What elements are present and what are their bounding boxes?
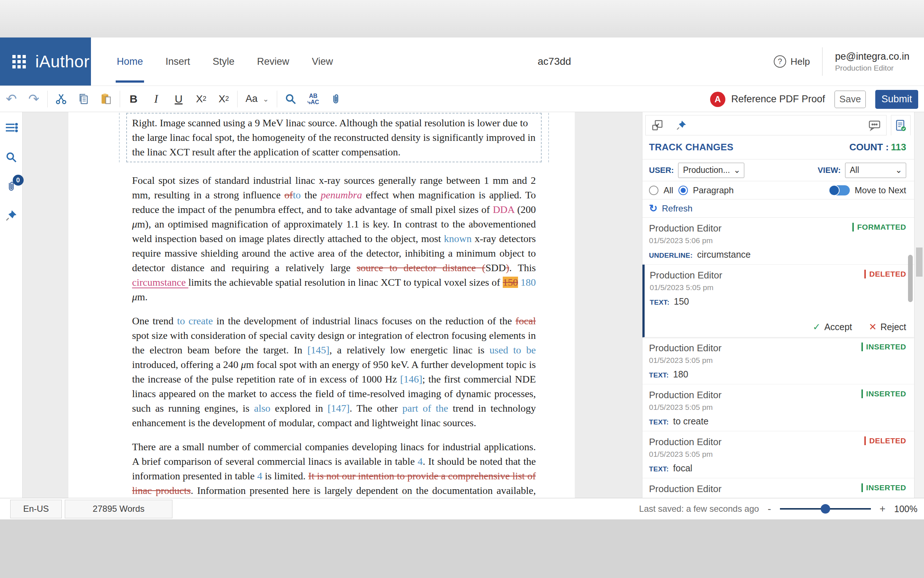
user-info[interactable]: pe@integra.co.in Production Editor bbox=[835, 51, 909, 72]
undo-icon[interactable]: ↶ bbox=[0, 89, 23, 109]
citation-link[interactable]: 4 bbox=[417, 456, 423, 467]
user-filter-select[interactable]: Production...⌄ bbox=[678, 163, 744, 178]
change-timestamp: 01/5/2023 5:05 pm bbox=[650, 283, 906, 292]
language-indicator[interactable]: En-US bbox=[10, 500, 62, 518]
change-field-label: TEXT: bbox=[649, 418, 668, 426]
tracked-change-run: 180 bbox=[521, 277, 536, 288]
change-type-badge: DELETED bbox=[864, 270, 906, 278]
zoom-out-button[interactable]: - bbox=[767, 503, 771, 515]
superscript-button[interactable]: X2 bbox=[212, 89, 235, 109]
track-change-card[interactable]: Production EditorINSERTED01/5/2023 5:05 … bbox=[642, 384, 914, 431]
change-timestamp: 01/5/2023 5:05 pm bbox=[649, 450, 906, 459]
chevron-down-icon: ⌄ bbox=[733, 165, 740, 175]
zoom-in-button[interactable]: + bbox=[880, 503, 885, 515]
track-change-card[interactable]: Production EditorFORMATTED01/5/2023 5:06… bbox=[642, 218, 914, 265]
citation-link[interactable]: 4 bbox=[257, 470, 262, 482]
workspace: 0 Right. Image scanned using a 9 MeV lin… bbox=[0, 112, 924, 498]
underline-button[interactable]: U bbox=[167, 89, 190, 109]
accept-change[interactable]: ✓Accept bbox=[813, 321, 852, 333]
toolbar-separator bbox=[237, 91, 238, 107]
reference-pdf-label: Reference PDF Proof bbox=[731, 94, 825, 105]
track-change-card[interactable]: Production EditorINSERTED01/5/2023 5:05 … bbox=[642, 338, 914, 384]
view-filter-select[interactable]: All⌄ bbox=[845, 163, 906, 178]
change-author: Production Editor bbox=[649, 483, 722, 495]
radio-paragraph[interactable] bbox=[678, 186, 688, 195]
pin-icon[interactable] bbox=[675, 119, 688, 132]
move-to-next-toggle[interactable] bbox=[829, 185, 850, 195]
redo-icon[interactable]: ↷ bbox=[23, 89, 45, 109]
paragraph[interactable]: One trend to create in the development o… bbox=[132, 314, 536, 430]
panel-scrollbar-thumb[interactable] bbox=[908, 255, 913, 302]
text-run: m. bbox=[137, 291, 148, 302]
outline-list-icon[interactable] bbox=[4, 121, 19, 135]
panel-options-row: All Paragraph Move to Next bbox=[642, 181, 914, 200]
text-run bbox=[518, 277, 521, 288]
panel-icon-bar bbox=[642, 112, 914, 135]
tab-view[interactable]: View bbox=[301, 37, 344, 86]
italic-button[interactable]: I bbox=[145, 89, 167, 109]
bold-button[interactable]: B bbox=[122, 89, 145, 109]
tab-style[interactable]: Style bbox=[202, 37, 246, 86]
comments-icon[interactable] bbox=[868, 119, 881, 132]
change-author: Production Editor bbox=[649, 437, 722, 448]
search-panel-icon[interactable] bbox=[4, 150, 19, 164]
cut-icon[interactable] bbox=[50, 89, 73, 109]
tab-home[interactable]: Home bbox=[105, 37, 154, 86]
change-case-dropdown[interactable]: Aa⌄ bbox=[240, 89, 275, 109]
tracked-change-run: penumbra bbox=[321, 189, 362, 201]
save-button[interactable]: Save bbox=[835, 91, 866, 108]
paragraph[interactable]: There are a small number of commercial c… bbox=[132, 440, 536, 498]
attachment-icon[interactable] bbox=[325, 89, 347, 109]
track-change-card[interactable]: Production EditorDELETED01/5/2023 5:05 p… bbox=[642, 265, 914, 338]
change-author: Production Editor bbox=[649, 390, 722, 401]
subscript-button[interactable]: X2 bbox=[190, 89, 212, 109]
find-replace-icon[interactable]: AB⤷AC bbox=[302, 89, 325, 109]
word-count[interactable]: 27895 Words bbox=[65, 500, 172, 518]
page-scrollbar-thumb[interactable] bbox=[916, 247, 922, 277]
text-run: One trend bbox=[132, 315, 177, 326]
app-launcher-grid-icon[interactable] bbox=[12, 55, 26, 68]
paste-icon[interactable] bbox=[95, 89, 118, 109]
help-icon: ? bbox=[774, 55, 786, 68]
track-changes-tab-icon[interactable] bbox=[891, 115, 911, 135]
help-label: Help bbox=[790, 56, 810, 67]
change-type-badge: DELETED bbox=[864, 437, 906, 445]
change-field-label: TEXT: bbox=[649, 371, 668, 379]
formatting-toolbar: ↶ ↷ B I U X2 X2 bbox=[0, 86, 924, 112]
paragraph[interactable]: Focal spot sizes of standard industrial … bbox=[132, 173, 536, 304]
attachments-panel-icon[interactable]: 0 bbox=[4, 179, 19, 194]
change-author: Production Editor bbox=[650, 270, 722, 281]
help-button[interactable]: ? Help bbox=[774, 55, 810, 68]
document-canvas[interactable]: Right. Image scanned using a 9 MeV linac… bbox=[68, 112, 575, 498]
tab-insert[interactable]: Insert bbox=[154, 37, 202, 86]
zoom-slider[interactable] bbox=[780, 504, 871, 513]
refresh-button[interactable]: ↻ Refresh bbox=[642, 200, 914, 218]
tracked-change-run: also bbox=[254, 403, 270, 414]
citation-link[interactable]: [146] bbox=[400, 373, 422, 385]
header-divider bbox=[822, 47, 822, 76]
track-change-card[interactable]: Production EditorINSERTED01/5/2023 5:04 … bbox=[642, 478, 914, 498]
figure-caption-block[interactable]: Right. Image scanned using a 9 MeV linac… bbox=[126, 113, 542, 162]
citation-link[interactable]: [147] bbox=[327, 403, 350, 414]
search-icon[interactable] bbox=[279, 89, 302, 109]
reject-change[interactable]: ✕Reject bbox=[869, 321, 906, 333]
radio-all[interactable] bbox=[649, 186, 659, 195]
dock-panel-icon[interactable] bbox=[651, 119, 664, 132]
change-value: to create bbox=[673, 416, 708, 426]
change-field-label: UNDERLINE: bbox=[649, 252, 693, 259]
desktop-background-bottom bbox=[0, 520, 924, 578]
track-change-card[interactable]: Production EditorDELETED01/5/2023 5:05 p… bbox=[642, 431, 914, 478]
menu-bar: Home Insert Style Review View bbox=[105, 37, 344, 86]
track-changes-panel: TRACK CHANGES COUNT :113 USER: Productio… bbox=[642, 112, 914, 498]
app-logo[interactable]: iAuthor bbox=[0, 37, 91, 86]
page-right-gutter bbox=[575, 112, 642, 498]
pin-panel-icon[interactable] bbox=[4, 208, 19, 223]
page-scrollbar[interactable] bbox=[914, 112, 924, 498]
copy-icon[interactable] bbox=[73, 89, 95, 109]
reference-pdf-proof-link[interactable]: A Reference PDF Proof bbox=[710, 92, 825, 107]
submit-button[interactable]: Submit bbox=[875, 90, 918, 109]
tab-review[interactable]: Review bbox=[246, 37, 301, 86]
track-changes-list: Production EditorFORMATTED01/5/2023 5:06… bbox=[642, 218, 914, 498]
citation-link[interactable]: [145] bbox=[307, 344, 330, 356]
zoom-slider-knob[interactable] bbox=[821, 504, 830, 513]
